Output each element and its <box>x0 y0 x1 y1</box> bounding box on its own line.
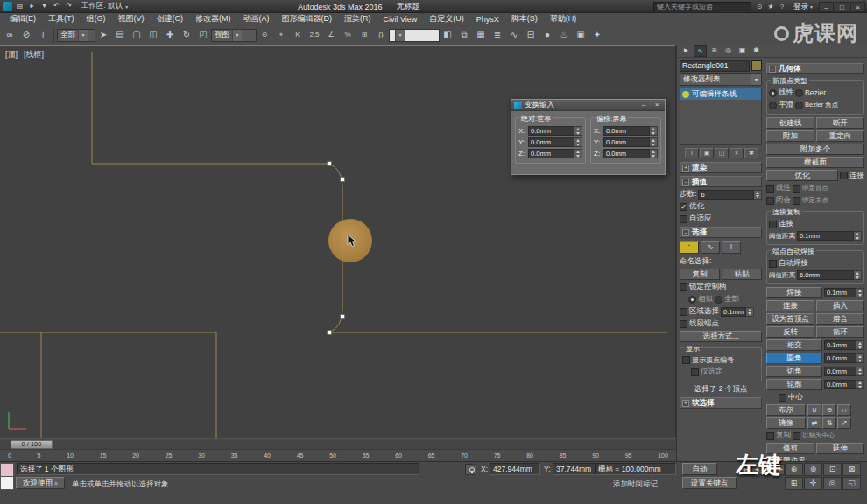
zoom-icon[interactable]: ⊕ <box>785 463 803 476</box>
undo-icon[interactable]: ↶ <box>51 1 62 11</box>
rollout-header-rendering[interactable]: +渲染 <box>680 162 762 173</box>
offset-x-spinner[interactable]: 0.0mm <box>603 126 658 136</box>
spline-subobject-icon[interactable]: ≀ <box>722 241 741 254</box>
window-crossing-icon[interactable]: ◫ <box>145 27 161 43</box>
mirror-horizontal-icon[interactable]: ⇄ <box>807 417 821 429</box>
spinner-snap-icon[interactable]: ⊞ <box>356 27 372 43</box>
fillet-button[interactable]: 圆角 <box>766 353 822 364</box>
select-and-scale-icon[interactable]: ◰ <box>195 27 211 43</box>
tab-hierarchy[interactable]: ≋ <box>708 46 721 57</box>
all-radio[interactable] <box>715 296 722 304</box>
trim-button[interactable]: 修剪 <box>766 443 814 454</box>
dialog-titlebar[interactable]: 变换输入 – × <box>511 100 665 111</box>
object-name-field[interactable]: Rectangle001 <box>680 60 750 72</box>
menu-item[interactable]: 组(G) <box>81 13 112 24</box>
cross-insert-button[interactable]: 相交 <box>766 340 822 351</box>
redo-icon[interactable]: ↷ <box>63 1 74 11</box>
offset-y-spinner[interactable]: 0.0mm <box>603 137 658 147</box>
previous-frame-button[interactable]: ◀ <box>751 464 762 475</box>
maximize-button[interactable]: □ <box>835 2 849 12</box>
time-slider[interactable]: 0 / 100 <box>11 440 53 449</box>
linear-checkbox[interactable] <box>766 185 774 192</box>
fuse-button[interactable]: 熔合 <box>816 313 864 325</box>
select-and-move-icon[interactable]: ✚ <box>162 27 178 43</box>
layer-manager-icon[interactable]: ≣ <box>490 27 505 43</box>
close-button[interactable]: × <box>850 2 865 12</box>
play-button[interactable]: ▶ <box>763 464 773 475</box>
connect-copy-threshold-spinner[interactable]: 0.1mm <box>797 231 862 241</box>
create-line-button[interactable]: 创建线 <box>766 117 814 129</box>
attach-button[interactable]: 附加 <box>766 130 814 142</box>
keyboard-override-icon[interactable]: K <box>290 27 306 43</box>
go-to-end-button[interactable]: ▶▶ <box>774 464 785 475</box>
percent-snap-icon[interactable]: % <box>340 27 356 43</box>
select-and-link-icon[interactable]: ∞ <box>2 27 18 43</box>
boolean-union-icon[interactable]: ∪ <box>807 404 821 416</box>
selection-lock-icon[interactable] <box>465 464 476 475</box>
scene-explorer-icon[interactable]: ▦ <box>473 27 489 43</box>
outline-spinner[interactable]: 0.0mm <box>824 380 864 389</box>
tab-modify[interactable]: ∿ <box>694 46 707 57</box>
mirror-vertical-icon[interactable]: ⇅ <box>822 417 836 429</box>
menu-item[interactable]: 动画(A) <box>237 13 276 24</box>
adaptive-checkbox[interactable] <box>680 215 687 223</box>
boolean-intersect-icon[interactable]: ∩ <box>837 404 851 416</box>
cycle-button[interactable]: 循环 <box>816 326 864 338</box>
select-by-button[interactable]: 选择方式... <box>680 331 762 342</box>
select-and-rotate-icon[interactable]: ↻ <box>179 27 194 43</box>
rollout-header-interpolation[interactable]: -插值 <box>680 176 762 187</box>
coordinate-x-field[interactable]: 427.944mm <box>490 463 540 475</box>
remove-modifier-icon[interactable]: × <box>730 148 744 158</box>
align-icon[interactable]: ⧉ <box>456 27 472 43</box>
tab-create[interactable]: ► <box>680 46 693 57</box>
abs-y-spinner[interactable]: 0.0mm <box>528 137 582 147</box>
chamfer-button[interactable]: 切角 <box>766 366 822 377</box>
menu-item[interactable]: 修改器(M) <box>189 13 237 24</box>
dialog-minimize-icon[interactable]: – <box>638 101 649 110</box>
cross-insert-spinner[interactable]: 0.1mm <box>824 340 864 350</box>
render-production-icon[interactable]: ✦ <box>589 27 605 43</box>
insert-button[interactable]: 插入 <box>816 300 864 312</box>
viewport-label[interactable]: [顶] [线框] <box>5 49 44 60</box>
area-selection-spinner[interactable]: 0.1mm <box>721 307 754 317</box>
help-icon[interactable]: ? <box>777 2 787 11</box>
make-unique-icon[interactable]: ◫ <box>715 148 729 158</box>
coordinate-y-field[interactable]: 37.744mm <box>553 463 598 475</box>
segment-subobject-icon[interactable]: ∿ <box>701 241 720 254</box>
menu-item[interactable]: 创建(C) <box>151 13 190 24</box>
go-to-start-button[interactable]: ◀◀ <box>740 464 751 475</box>
auto-key-button[interactable]: 自动 <box>682 463 717 475</box>
configure-modifier-sets-icon[interactable]: ✱ <box>744 148 758 158</box>
refine-connect-checkbox[interactable] <box>840 172 848 179</box>
menu-item[interactable]: 图形编辑器(D) <box>276 13 339 24</box>
open-file-icon[interactable]: ▸ <box>26 1 38 11</box>
timeline-ruler[interactable]: 0510152025303540455055606570758085909510… <box>0 449 676 461</box>
app-logo-icon[interactable] <box>3 2 12 11</box>
auto-weld-threshold-spinner[interactable]: 6.0mm <box>797 270 862 280</box>
menu-item[interactable]: Civil View <box>377 15 424 24</box>
closed-checkbox[interactable] <box>766 197 774 205</box>
optimize-checkbox[interactable]: ✓ <box>680 203 687 211</box>
reverse-button[interactable]: 反转 <box>766 326 814 338</box>
named-selection-sets-dropdown[interactable]: ▾ <box>389 29 440 42</box>
mirror-button[interactable]: 镜像 <box>766 417 806 429</box>
curve-editor-icon[interactable]: ∿ <box>506 27 522 43</box>
extend-button[interactable]: 延伸 <box>816 443 864 454</box>
snaps-toggle-icon[interactable]: 2.5 <box>307 27 322 43</box>
boolean-subtract-icon[interactable]: ⊖ <box>822 404 836 416</box>
viewport-view-label[interactable]: [顶] <box>5 49 18 60</box>
schematic-view-icon[interactable]: ⊟ <box>523 27 539 43</box>
material-editor-icon[interactable]: ● <box>539 27 555 43</box>
rendered-frame-window-icon[interactable]: ▣ <box>573 27 589 43</box>
maximize-viewport-icon[interactable]: ◱ <box>842 477 861 490</box>
copy-selection-button[interactable]: 复制 <box>680 269 720 280</box>
viewport-top[interactable]: [顶] [线框] <box>0 46 676 438</box>
attach-multiple-button[interactable]: 附加多个 <box>766 144 864 155</box>
menu-item[interactable]: 编辑(E) <box>4 13 42 24</box>
bind-last-checkbox[interactable] <box>793 197 800 205</box>
edit-named-selection-sets-icon[interactable]: {} <box>373 27 389 43</box>
zoom-extents-all-icon[interactable]: ⊠ <box>842 463 861 476</box>
tab-display[interactable]: ▣ <box>736 46 749 57</box>
tab-utilities[interactable]: ✱ <box>750 46 763 57</box>
menu-item[interactable]: 视图(V) <box>112 13 151 24</box>
